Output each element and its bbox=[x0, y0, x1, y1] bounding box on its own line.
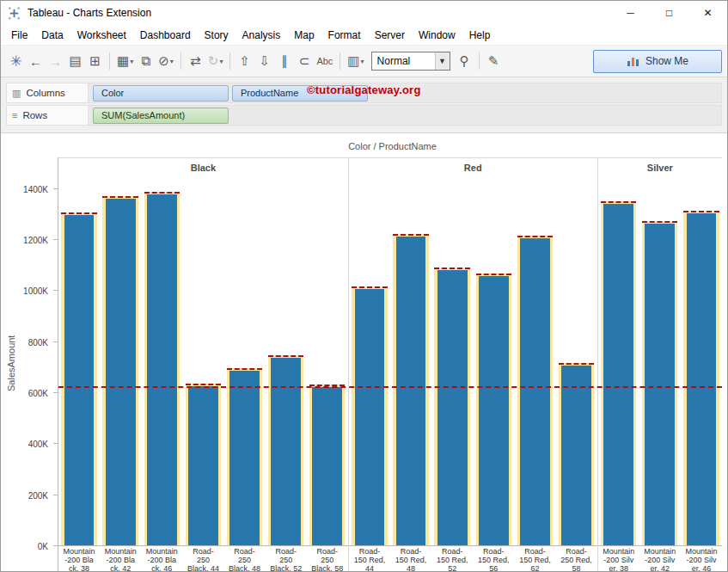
menu-analysis[interactable]: Analysis bbox=[236, 25, 288, 46]
bar-slot bbox=[100, 176, 141, 545]
menu-dashboard[interactable]: Dashboard bbox=[133, 25, 198, 46]
bar[interactable] bbox=[106, 199, 136, 545]
bar[interactable] bbox=[64, 215, 95, 545]
menu-help[interactable]: Help bbox=[462, 25, 498, 46]
tableau-logo-icon[interactable]: ✳ bbox=[6, 51, 26, 71]
menu-data[interactable]: Data bbox=[34, 25, 70, 46]
rows-label-text: Rows bbox=[22, 110, 47, 120]
new-data-source-icon[interactable]: ⊞ bbox=[85, 51, 105, 71]
x-axis-label: Mountain-200 Black, 42 bbox=[100, 546, 141, 571]
toolbar-separator bbox=[229, 52, 230, 70]
show-me-button[interactable]: Show Me bbox=[593, 50, 722, 73]
bar-slot bbox=[514, 176, 555, 545]
group-members-icon[interactable]: ∥ bbox=[274, 51, 294, 71]
menu-worksheet[interactable]: Worksheet bbox=[70, 25, 133, 46]
menu-map[interactable]: Map bbox=[287, 25, 321, 46]
menu-bar: FileDataWorksheetDashboardStoryAnalysisM… bbox=[1, 25, 727, 46]
y-tick-label: 200K bbox=[28, 490, 48, 500]
x-axis-label: Road-250 Red,58 bbox=[556, 546, 597, 571]
pin-axes-icon[interactable]: ⚲ bbox=[455, 51, 474, 71]
bar[interactable] bbox=[603, 204, 633, 545]
redo-icon[interactable]: → bbox=[46, 51, 65, 71]
rows-shelf-row: ≡ Rows SUM(SalesAmount) bbox=[6, 105, 722, 126]
columns-grid-icon: ▥ bbox=[12, 88, 21, 99]
bar-slot bbox=[681, 176, 722, 545]
menu-format[interactable]: Format bbox=[321, 25, 368, 46]
group-silver: SilverMountain-200 Silver, 38Mountain-20… bbox=[598, 157, 722, 571]
bar[interactable] bbox=[437, 270, 468, 545]
fit-view-icon[interactable]: ▥▾ bbox=[345, 51, 366, 71]
chevron-down-icon: ▼ bbox=[435, 52, 450, 70]
bar[interactable] bbox=[147, 194, 177, 545]
group-black: BlackMountain-200 Black, 38Mountain-200 … bbox=[58, 157, 349, 571]
bar[interactable] bbox=[561, 366, 591, 545]
chart-area: Color / ProductName SalesAmount 0K200K40… bbox=[1, 133, 727, 571]
menu-server[interactable]: Server bbox=[368, 25, 412, 46]
highlight-icon[interactable]: ✎ bbox=[484, 51, 504, 71]
close-button[interactable]: ✕ bbox=[688, 1, 727, 25]
y-tick-label: 0K bbox=[38, 542, 48, 551]
show-me-chart-icon bbox=[627, 56, 639, 67]
undo-icon[interactable]: ← bbox=[26, 51, 46, 71]
paperclip-icon[interactable]: ⊂ bbox=[294, 51, 314, 71]
swap-rows-columns-icon[interactable]: ⇄ bbox=[186, 51, 205, 71]
window-title: Tableau - Charts Extension bbox=[28, 7, 151, 19]
tableau-app-icon bbox=[8, 6, 21, 20]
y-tick-label: 1200K bbox=[23, 236, 48, 245]
show-mark-labels-icon[interactable]: Abc bbox=[314, 51, 335, 71]
bar[interactable] bbox=[271, 358, 301, 545]
refresh-icon[interactable]: ↻▾ bbox=[205, 51, 226, 71]
chart-title: Color / ProductName bbox=[58, 137, 727, 157]
x-axis-label: Mountain-200 Black, 38 bbox=[58, 546, 100, 571]
y-axis: SalesAmount 0K200K400K600K800K1000K1200K… bbox=[1, 157, 58, 571]
bar[interactable] bbox=[479, 276, 509, 545]
bar-slot bbox=[266, 176, 307, 545]
bar[interactable] bbox=[520, 238, 550, 545]
bar[interactable] bbox=[687, 213, 717, 545]
columns-label-text: Columns bbox=[26, 88, 64, 98]
sort-descending-icon[interactable]: ⇩ bbox=[254, 51, 274, 71]
rows-shelf-label[interactable]: ≡ Rows bbox=[6, 105, 89, 126]
minimize-button[interactable]: ─ bbox=[611, 1, 650, 25]
x-axis-label: Road-250Black, 48 bbox=[224, 546, 266, 571]
x-axis-label: Road-150 Red,44 bbox=[349, 546, 390, 571]
menu-window[interactable]: Window bbox=[412, 25, 462, 46]
x-axis-label: Road-150 Red,62 bbox=[514, 546, 555, 571]
bar-slot bbox=[307, 176, 348, 545]
column-header: Silver bbox=[598, 157, 722, 176]
plot-area: BlackMountain-200 Black, 38Mountain-200 … bbox=[58, 157, 722, 571]
new-worksheet-icon[interactable]: ▦▾ bbox=[114, 51, 136, 71]
view-mode-select[interactable]: Normal ▼ bbox=[371, 52, 450, 71]
x-axis-label: Road-250Black, 44 bbox=[182, 546, 223, 571]
bar-slot bbox=[598, 176, 639, 545]
chart-body: SalesAmount 0K200K400K600K800K1000K1200K… bbox=[1, 157, 727, 571]
group-red: RedRoad-150 Red,44Road-150 Red,48Road-15… bbox=[349, 157, 598, 571]
window-controls: ─ □ ✕ bbox=[611, 1, 727, 25]
sort-ascending-icon[interactable]: ⇧ bbox=[235, 51, 254, 71]
bar-slot bbox=[224, 176, 266, 545]
rows-shelf[interactable]: SUM(SalesAmount) bbox=[89, 105, 722, 126]
menu-story[interactable]: Story bbox=[198, 25, 236, 46]
bar-slot bbox=[58, 176, 100, 545]
bar[interactable] bbox=[645, 224, 675, 545]
shelf-area: ▥ Columns ColorProductName ≡ Rows SUM(Sa… bbox=[1, 77, 727, 133]
bar[interactable] bbox=[355, 289, 385, 545]
duplicate-sheet-icon[interactable]: ⧉ bbox=[136, 51, 156, 71]
toolbar-separator bbox=[479, 52, 480, 70]
view-mode-value: Normal bbox=[377, 55, 411, 67]
bar-slot bbox=[141, 176, 182, 545]
column-header: Red bbox=[349, 157, 597, 176]
bar[interactable] bbox=[188, 386, 218, 545]
save-icon[interactable]: ▤ bbox=[65, 51, 85, 71]
menu-file[interactable]: File bbox=[4, 25, 34, 46]
pill-sum-salesamount[interactable]: SUM(SalesAmount) bbox=[93, 108, 229, 124]
bar[interactable] bbox=[312, 387, 342, 545]
show-me-label: Show Me bbox=[645, 55, 688, 67]
bar[interactable] bbox=[396, 237, 426, 545]
tableau-window: Tableau - Charts Extension ─ □ ✕ FileDat… bbox=[0, 0, 728, 572]
maximize-button[interactable]: □ bbox=[650, 1, 688, 25]
bar[interactable] bbox=[229, 371, 260, 545]
columns-shelf-label[interactable]: ▥ Columns bbox=[6, 83, 89, 103]
pill-color[interactable]: Color bbox=[93, 85, 229, 101]
clear-sheet-icon[interactable]: ⊘▾ bbox=[156, 51, 176, 71]
